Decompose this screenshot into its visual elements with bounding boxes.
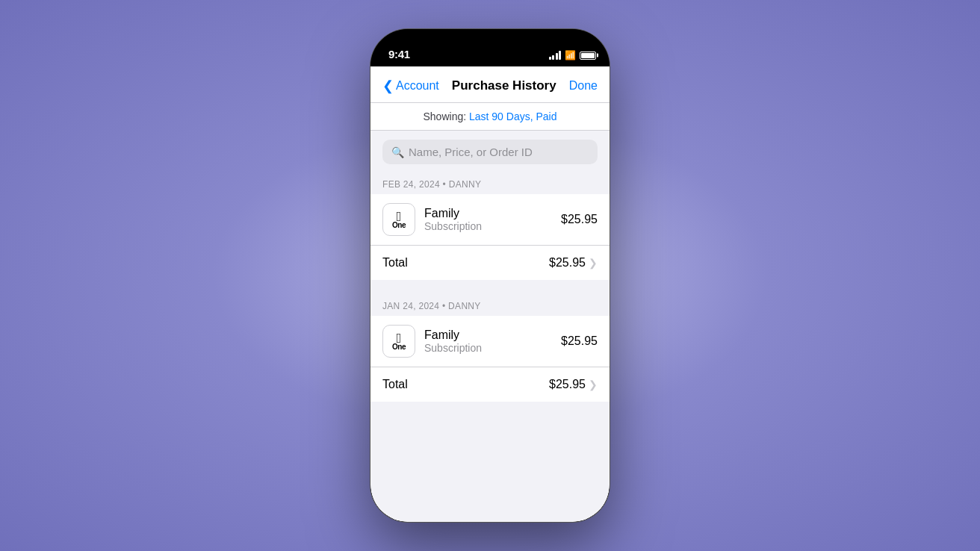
section-separator [370, 280, 610, 292]
order-item-2[interactable]:  One Family Subscription $25.95 [370, 316, 610, 367]
order-group-2: JAN 24, 2024 • Danny  One Family Subscr… [370, 292, 610, 402]
chevron-right-icon-1: ❯ [589, 257, 598, 269]
item-details-1: Family Subscription [424, 207, 561, 232]
dynamic-island [449, 37, 531, 59]
apple-one-icon:  One [382, 203, 415, 236]
item-name-1: Family [424, 207, 561, 220]
item-details-2: Family Subscription [424, 329, 561, 354]
item-name-2: Family [424, 329, 561, 342]
order-date-1: FEB 24, 2024 • Danny [370, 170, 610, 194]
apple-one-icon-2:  One [382, 325, 415, 358]
status-time: 9:41 [388, 48, 410, 60]
item-price-1: $25.95 [561, 213, 598, 226]
phone-screen: 9:41 📶 ❮ Account Purchase History [370, 29, 610, 522]
scroll-content: FEB 24, 2024 • Danny  One Family Subscr… [370, 170, 610, 522]
filter-bar: Showing: Last 90 Days, Paid [370, 103, 610, 131]
back-label: Account [396, 79, 439, 93]
search-bar[interactable]: 🔍 Name, Price, or Order ID [382, 140, 598, 164]
order-date-2: JAN 24, 2024 • Danny [370, 292, 610, 316]
page-title: Purchase History [452, 78, 556, 93]
order-group-1: FEB 24, 2024 • Danny  One Family Subscr… [370, 170, 610, 280]
item-type-2: Subscription [424, 342, 561, 354]
wifi-icon: 📶 [565, 50, 576, 60]
total-price-2: $25.95 [549, 378, 586, 391]
done-button[interactable]: Done [569, 79, 598, 93]
chevron-right-icon-2: ❯ [589, 379, 598, 390]
nav-header: ❮ Account Purchase History Done [370, 66, 610, 103]
total-price-1: $25.95 [549, 256, 586, 270]
order-card-2:  One Family Subscription $25.95 Total [370, 316, 610, 402]
total-label-2: Total [382, 378, 408, 391]
filter-prefix: Showing: [424, 110, 467, 122]
filter-value[interactable]: Last 90 Days, Paid [469, 110, 557, 122]
total-label-1: Total [382, 256, 408, 270]
total-right-2: $25.95 ❯ [549, 378, 598, 391]
order-card-1:  One Family Subscription $25.95 Total [370, 194, 610, 280]
order-total-2[interactable]: Total $25.95 ❯ [370, 367, 610, 402]
order-item-1[interactable]:  One Family Subscription $25.95 [370, 194, 610, 246]
chevron-left-icon: ❮ [382, 79, 394, 93]
item-price-2: $25.95 [561, 334, 598, 348]
signal-icon [549, 51, 562, 60]
battery-icon [580, 52, 596, 60]
search-icon: 🔍 [391, 146, 404, 158]
status-icons: 📶 [549, 50, 597, 60]
search-container: 🔍 Name, Price, or Order ID [370, 131, 610, 170]
status-bar: 9:41 📶 [370, 29, 610, 66]
content-area: ❮ Account Purchase History Done Showing:… [370, 66, 610, 522]
back-button[interactable]: ❮ Account [382, 79, 439, 93]
phone-device: 9:41 📶 ❮ Account Purchase History [370, 29, 610, 522]
item-type-1: Subscription [424, 220, 561, 232]
total-right-1: $25.95 ❯ [549, 256, 598, 270]
search-placeholder: Name, Price, or Order ID [409, 146, 533, 158]
order-total-1[interactable]: Total $25.95 ❯ [370, 246, 610, 280]
